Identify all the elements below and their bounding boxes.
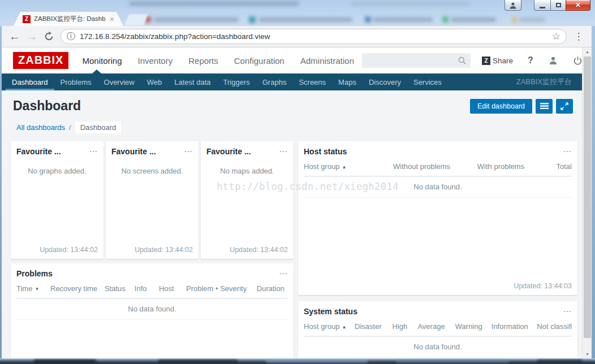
hamburger-menu-icon [540, 102, 549, 110]
widget-menu-button[interactable]: ••• [85, 148, 98, 155]
search-input[interactable] [362, 53, 471, 68]
help-button[interactable]: ? [528, 55, 533, 66]
user-profile-button[interactable] [548, 55, 558, 66]
widget-favourite-graphs: Favourite ... ••• No graphs added. Updat… [11, 141, 104, 259]
browser-tab[interactable]: Z ZABBIX监控平台: Dashb × [14, 12, 123, 26]
column-duration: Duration [257, 282, 288, 298]
widget-menu-button[interactable]: ••• [275, 148, 288, 155]
column-without-problems: Without problems [376, 160, 467, 176]
scrollbar-thumb[interactable] [584, 57, 591, 338]
subnav-discovery[interactable]: Discovery [363, 73, 407, 90]
subnav-screens[interactable]: Screens [292, 73, 332, 90]
dots-menu-icon: ••• [564, 309, 572, 314]
close-icon: ✕ [575, 1, 581, 9]
address-bar[interactable]: ⓘ 172.16.8.254/zabbix/zabbix.php?action=… [61, 29, 567, 44]
dots-menu-icon: ••• [280, 271, 288, 276]
search-box [362, 53, 471, 68]
minimize-icon [540, 7, 545, 8]
sort-asc-icon: ▲ [342, 324, 347, 330]
breadcrumb-current[interactable]: Dashboard [75, 122, 122, 133]
menu-administration[interactable]: Administration [292, 56, 362, 66]
main-menu: Monitoring Inventory Reports Configurati… [74, 56, 362, 66]
sort-asc-icon: ▲ [342, 164, 347, 170]
search-icon[interactable] [458, 56, 467, 67]
edit-dashboard-button[interactable]: Edit dashboard [470, 99, 532, 114]
subnav-graphs[interactable]: Graphs [256, 73, 293, 90]
column-host-group[interactable]: Host group▲ [304, 320, 355, 336]
widget-menu-button[interactable]: ••• [275, 270, 288, 278]
widget-menu-button[interactable]: ••• [559, 148, 572, 155]
reload-button[interactable] [40, 28, 57, 45]
header-actions: Z Share ? [362, 53, 586, 68]
fullscreen-button[interactable] [556, 99, 573, 114]
zabbix-logo[interactable]: ZABBIX [13, 52, 68, 69]
page-info-icon[interactable]: ⓘ [67, 31, 75, 42]
widget-problems: Problems ••• Time▼ Recovery time Status … [11, 263, 294, 358]
column-time[interactable]: Time▼ [16, 282, 50, 298]
forward-button[interactable]: → [23, 28, 40, 45]
column-warning: Warning [455, 320, 491, 336]
column-status: Status [105, 282, 135, 298]
subnav-triggers[interactable]: Triggers [217, 73, 256, 90]
subnav-dashboard[interactable]: Dashboard [6, 73, 54, 90]
minimize-button[interactable] [534, 0, 550, 11]
person-icon [509, 2, 517, 9]
dots-menu-icon: ••• [185, 149, 193, 154]
menu-monitoring[interactable]: Monitoring [74, 56, 130, 66]
dashboard-list-button[interactable] [536, 99, 553, 114]
logout-button[interactable] [573, 56, 583, 66]
menu-reports[interactable]: Reports [180, 56, 226, 66]
column-information: Information [491, 320, 537, 336]
window-border-left [0, 26, 2, 358]
menu-configuration[interactable]: Configuration [226, 56, 292, 66]
back-button[interactable]: ← [6, 28, 23, 45]
subnav-problems[interactable]: Problems [54, 73, 98, 90]
column-host-group[interactable]: Host group▲ [304, 160, 376, 176]
updated-timestamp: Updated: 13:44:02 [40, 246, 98, 254]
profile-caption-button[interactable] [505, 0, 521, 11]
host-status-table: Host group▲ Without problems With proble… [304, 160, 572, 198]
updated-timestamp: Updated: 13:44:02 [135, 246, 193, 254]
breadcrumb-separator: / [69, 123, 71, 132]
window-border-right [592, 26, 595, 358]
subnav-services[interactable]: Services [407, 73, 448, 90]
subnav-web[interactable]: Web [141, 73, 169, 90]
breadcrumb-all-dashboards[interactable]: All dashboards [16, 123, 65, 132]
tab-close-icon[interactable]: × [110, 15, 114, 23]
page-title: Dashboard [13, 98, 81, 114]
widget-title: Problems [16, 269, 53, 278]
no-data-message: No data found. [304, 176, 572, 198]
widget-menu-button[interactable]: ••• [559, 307, 572, 315]
share-link[interactable]: Z Share [482, 57, 513, 65]
new-tab-button[interactable] [124, 14, 149, 25]
maximize-icon [556, 3, 561, 7]
column-info: Info [135, 282, 159, 298]
window-caption-buttons: ✕ [505, 0, 590, 11]
page-scrollbar[interactable]: ▲ ▼ [582, 47, 592, 358]
column-average: Average [417, 320, 455, 336]
widget-system-status: System status ••• Host group▲ Disaster H… [298, 301, 577, 358]
fullscreen-expand-icon [560, 102, 568, 110]
column-high: High [392, 320, 417, 336]
column-host: Host [159, 282, 186, 298]
share-label: Share [493, 57, 513, 65]
empty-message: No screens added. [106, 160, 199, 175]
active-menu-caret-icon [92, 70, 101, 73]
scroll-down-arrow-icon[interactable]: ▼ [583, 350, 592, 358]
bookmark-star-icon[interactable]: ☆ [552, 31, 560, 42]
browser-menu-button[interactable]: ⋮ [570, 28, 587, 45]
menu-inventory[interactable]: Inventory [130, 56, 181, 66]
updated-timestamp: Updated: 13:44:02 [230, 246, 288, 254]
maximize-button[interactable] [550, 0, 566, 11]
browser-toolbar: ← → ⓘ 172.16.8.254/zabbix/zabbix.php?act… [2, 26, 592, 47]
close-button[interactable]: ✕ [566, 0, 590, 11]
subnav-latest-data[interactable]: Latest data [168, 73, 217, 90]
column-recovery-time: Recovery time [50, 282, 105, 298]
column-disaster: Disaster [355, 320, 392, 336]
empty-message: No maps added. [201, 160, 294, 175]
widget-menu-button[interactable]: ••• [180, 148, 193, 155]
subnav-maps[interactable]: Maps [332, 73, 363, 90]
subnav-overview[interactable]: Overview [98, 73, 141, 90]
empty-message: No graphs added. [11, 160, 104, 175]
scroll-up-arrow-icon[interactable]: ▲ [583, 47, 592, 56]
